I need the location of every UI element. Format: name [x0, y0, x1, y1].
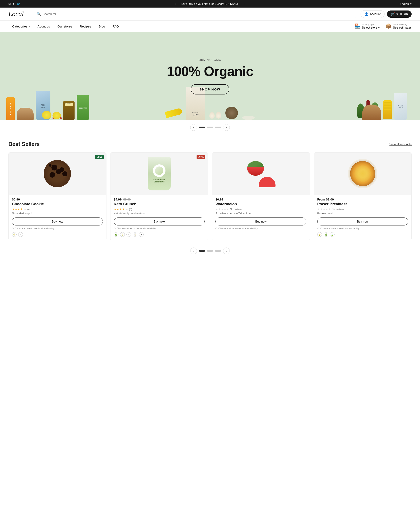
products-carousel-prev[interactable]: ‹ [190, 247, 197, 254]
account-button[interactable]: 👤 Account [360, 10, 385, 18]
nav-label-faq: FAQ [113, 25, 119, 28]
nav-item-about[interactable]: About us [34, 21, 54, 32]
email-icon[interactable]: ✉ [9, 2, 11, 5]
product-info-keto-crunch: $4.99 $6.00 Keto Crunch ★★★★★ (5) Keto-f… [110, 195, 208, 215]
cart-label: $0.00 (0) [396, 12, 408, 16]
header: Local 🔍 👤 Account 🛒 $0.00 (0) [0, 8, 420, 21]
logo[interactable]: Local [9, 10, 29, 18]
nav-label-blog: Blog [99, 25, 105, 28]
products-carousel-controls: ‹ › [0, 245, 420, 261]
product-rating: ★★★★★ No reviews [317, 208, 408, 211]
flour-spill [242, 116, 255, 120]
hero-carousel-next[interactable]: › [223, 124, 230, 131]
top-bar: ✉ f 🐦 ‹ Save 20% on your first order. Co… [0, 0, 420, 8]
product-badge-sale: -17% [197, 155, 205, 159]
hero-content: Only Non-GMO 100% Organic SHOP NOW [167, 58, 253, 95]
nav-item-categories[interactable]: Categories ▾ [9, 21, 34, 32]
cart-button[interactable]: 🛒 $0.00 (0) [387, 10, 411, 18]
review-count: (4) [27, 208, 30, 211]
watermelon-visual [245, 159, 277, 188]
pickup-label: Picking up? [362, 23, 380, 26]
product-name: Power Breakfast [317, 202, 408, 206]
products-dot-3[interactable] [215, 250, 221, 252]
hero-dot-1[interactable] [199, 127, 205, 128]
buy-now-button[interactable]: Buy now [114, 218, 205, 226]
product-price: $0.80 [12, 198, 103, 201]
keto-text: Keto CrunchStudent Mix [154, 179, 165, 183]
hero-dot-3[interactable] [215, 127, 221, 128]
review-count: (5) [129, 208, 132, 211]
breakfast-visual [348, 159, 377, 188]
product-card-chocolate-cookie: NEW $0.80 Chocolate Cookie ★★★★★ (4) No … [9, 152, 106, 240]
product-herbs [372, 103, 378, 119]
keto-icon: ✦ [139, 232, 144, 237]
delivery-info[interactable]: 📦 Need delivery? See estimates [385, 23, 411, 29]
store-availability: Choose a store to see local availability [12, 227, 103, 230]
chevron-down-icon: ▾ [378, 26, 380, 29]
search-input[interactable] [43, 12, 353, 16]
product-image-watermelon [212, 153, 310, 195]
vegan-icon: 🌿 [114, 232, 118, 237]
product-name: Keto Crunch [114, 202, 205, 206]
chevron-down-icon: ▾ [410, 2, 411, 5]
store-availability: Choose a store to see local availability [114, 227, 205, 230]
nav-item-stores[interactable]: Our stores [54, 21, 76, 32]
main-nav: Categories ▾ About us Our stores Recipes… [0, 21, 420, 32]
account-icon: 👤 [365, 12, 368, 16]
stars-empty: ★★★★★ [215, 208, 229, 211]
language-selector[interactable]: English ▾ [400, 2, 411, 5]
section-title: Best Sellers [9, 141, 40, 147]
hero-subtitle: Only Non-GMO [167, 58, 253, 61]
product-description: No added sugar! [12, 212, 103, 215]
hero-dot-2[interactable] [207, 127, 213, 128]
nav-left: Categories ▾ About us Our stores Recipes… [9, 21, 123, 32]
buy-now-button[interactable]: Buy now [12, 218, 103, 226]
hero-cta-button[interactable]: SHOP NOW [191, 84, 229, 95]
nav-item-recipes[interactable]: Recipes [76, 21, 95, 32]
search-bar[interactable]: 🔍 [34, 10, 356, 18]
product-description: Protein bomb! [317, 212, 408, 215]
twitter-icon[interactable]: 🐦 [17, 2, 20, 5]
product-price: $0.99 [215, 198, 306, 201]
product-rating: ★★★★★ (5) [114, 208, 205, 211]
best-sellers-section: Best Sellers View all products NEW $0.80… [0, 135, 420, 245]
product-eggs [209, 112, 221, 119]
product-corn [383, 100, 392, 119]
stars-empty: ★ [24, 208, 26, 211]
buy-now-button[interactable]: Buy now [317, 218, 408, 226]
buy-now-button[interactable]: Buy now [215, 218, 306, 226]
product-description: Excellent source of Vitamin A [215, 212, 306, 215]
products-dot-2[interactable] [207, 250, 213, 252]
nav-label-categories: Categories [12, 25, 27, 28]
product-avocado [357, 104, 364, 118]
language-label: English [400, 2, 409, 5]
products-carousel-next[interactable]: › [223, 247, 230, 254]
facebook-icon[interactable]: f [13, 2, 14, 5]
search-icon: 🔍 [37, 12, 41, 16]
store-dot-icon [215, 227, 217, 229]
product-name: Chocolate Cookie [12, 202, 103, 206]
product-grid: NEW $0.80 Chocolate Cookie ★★★★★ (4) No … [9, 152, 411, 240]
gluten-free-icon: 🌾 [317, 232, 322, 237]
pickup-selector[interactable]: 🏪 Picking up? Select store ▾ [354, 23, 380, 29]
delivery-label: Need delivery? [393, 23, 411, 26]
product-berries [52, 116, 62, 119]
organic-icon: 🍃 [330, 232, 334, 237]
product-grain-puffs: GrainFreePuffs [36, 91, 50, 120]
promo-text: Save 20% on your first order. Code: BULK… [181, 2, 239, 5]
store-availability: Choose a store to see local availability [215, 227, 306, 230]
promo-next-button[interactable]: › [242, 2, 246, 6]
hero-carousel-prev[interactable]: ‹ [190, 124, 197, 131]
stars-filled: ★★★★ [12, 208, 23, 211]
nav-item-blog[interactable]: Blog [95, 21, 109, 32]
product-description: Keto-friendly combination [114, 212, 205, 215]
product-lemons [42, 111, 61, 119]
sugar-free-icon: ○ [18, 232, 23, 237]
promo-prev-button[interactable]: ‹ [174, 2, 177, 6]
view-all-link[interactable]: View all products [389, 143, 411, 146]
nav-right: 🏪 Picking up? Select store ▾ 📦 Need deli… [354, 23, 411, 29]
store-availability: Choose a store to see local availability [317, 227, 408, 230]
products-dot-1[interactable] [199, 250, 205, 252]
nav-label-recipes: Recipes [80, 25, 91, 28]
nav-item-faq[interactable]: FAQ [109, 21, 123, 32]
